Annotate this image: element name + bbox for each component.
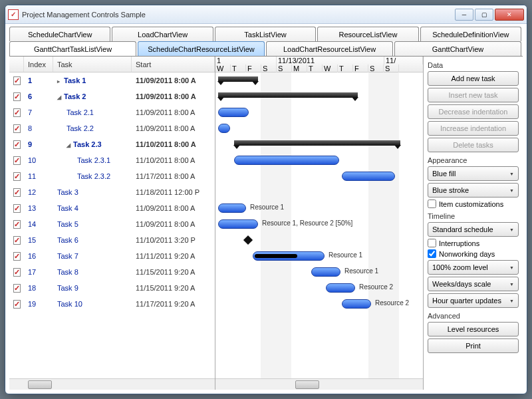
- scale-select[interactable]: Weeks/days scale: [428, 277, 519, 291]
- tab-ganttcharttasklistview[interactable]: GanttChartTaskListView: [9, 41, 136, 56]
- tab-tasklistview[interactable]: TaskListView: [215, 27, 316, 41]
- task-start[interactable]: 11/10/2011 8:00 A: [132, 156, 215, 164]
- tab-schedulechartview[interactable]: ScheduleChartView: [9, 27, 110, 41]
- gantt-bar[interactable]: [234, 140, 400, 146]
- complete-checkbox[interactable]: ✓: [9, 204, 24, 213]
- task-name[interactable]: Task 4: [53, 204, 132, 212]
- gantt-bar[interactable]: [218, 92, 358, 98]
- table-row[interactable]: ✓ 12 Task 3 11/18/2011 12:00 P: [9, 184, 215, 200]
- task-name[interactable]: Task 5: [53, 220, 132, 228]
- task-start[interactable]: 11/09/2011 8:00 A: [132, 108, 215, 116]
- tab-loadchartview[interactable]: LoadChartView: [112, 27, 213, 41]
- task-start[interactable]: 11/18/2011 12:00 P: [132, 188, 215, 196]
- print-button[interactable]: Print: [428, 338, 519, 353]
- tab-loadchartresourcelistview[interactable]: LoadChartResourceListView: [266, 41, 393, 56]
- insert-new-task-button[interactable]: Insert new task: [428, 88, 519, 102]
- task-start[interactable]: 11/09/2011 8:00 A: [132, 76, 215, 84]
- complete-checkbox[interactable]: ✓: [9, 172, 24, 181]
- task-name[interactable]: Task 10: [53, 300, 132, 308]
- tab-ganttchartview[interactable]: GanttChartView: [394, 41, 521, 56]
- delete-tasks-button[interactable]: Delete tasks: [428, 138, 519, 152]
- tasklist-scrollbar[interactable]: [9, 378, 215, 390]
- interruptions-checkbox[interactable]: Interruptions: [428, 239, 519, 247]
- table-row[interactable]: ✓ 17 Task 8 11/15/2011 9:20 A: [9, 264, 215, 280]
- task-start[interactable]: 11/17/2011 9:20 A: [132, 300, 215, 308]
- col-start[interactable]: Start: [132, 57, 215, 72]
- task-name[interactable]: Task 2.2: [53, 124, 132, 132]
- table-row[interactable]: ✓ 19 Task 10 11/17/2011 9:20 A: [9, 296, 215, 312]
- complete-checkbox[interactable]: ✓: [9, 156, 24, 165]
- task-start[interactable]: 11/17/2011 8:00 A: [132, 172, 215, 180]
- tab-schedulechartresourcelistview[interactable]: ScheduleChartResourceListView: [138, 41, 265, 56]
- task-name[interactable]: Task 9: [53, 284, 132, 292]
- gantt-bar[interactable]: [342, 172, 395, 181]
- expand-icon[interactable]: ▸: [57, 78, 64, 84]
- tab-resourcelistview[interactable]: ResourceListView: [317, 27, 418, 41]
- gantt-bar[interactable]: [234, 156, 339, 165]
- gantt-body[interactable]: Resource 1Resource 1, Resource 2 [50%]Re…: [215, 72, 423, 378]
- table-row[interactable]: ✓ 14 Task 5 11/09/2011 8:00 A: [9, 216, 215, 232]
- complete-checkbox[interactable]: ✓: [9, 220, 24, 229]
- table-row[interactable]: ✓ 13 Task 4 11/09/2011 8:00 A: [9, 200, 215, 216]
- task-name[interactable]: Task 2.1: [53, 108, 132, 116]
- table-row[interactable]: ✓ 7 Task 2.1 11/09/2011 8:00 A: [9, 104, 215, 120]
- complete-checkbox[interactable]: ✓: [9, 188, 24, 197]
- close-button[interactable]: ✕: [495, 9, 524, 21]
- gantt-bar[interactable]: [218, 219, 258, 229]
- gantt-bar[interactable]: [218, 108, 249, 117]
- stroke-select[interactable]: Blue stroke: [428, 183, 519, 198]
- task-start[interactable]: 11/15/2011 9:20 A: [132, 284, 215, 292]
- col-task[interactable]: Task: [53, 57, 132, 72]
- expand-icon[interactable]: ◢: [66, 142, 73, 148]
- gantt-bar[interactable]: [218, 124, 230, 133]
- complete-checkbox[interactable]: ✓: [9, 108, 24, 117]
- task-start[interactable]: 11/09/2011 8:00 A: [132, 220, 215, 228]
- task-name[interactable]: Task 2.3.2: [53, 172, 132, 180]
- updates-select[interactable]: Hour quarter updates: [428, 293, 519, 308]
- table-row[interactable]: ✓ 9 ◢Task 2.3 11/10/2011 8:00 A: [9, 136, 215, 152]
- level-resources-button[interactable]: Level resources: [428, 322, 519, 336]
- task-start[interactable]: 11/10/2011 3:20 P: [132, 236, 215, 244]
- nonworking-days-checkbox[interactable]: Nonworking days: [428, 249, 519, 258]
- table-row[interactable]: ✓ 10 Task 2.3.1 11/10/2011 8:00 A: [9, 152, 215, 168]
- fill-select[interactable]: Blue fill: [428, 166, 519, 181]
- task-name[interactable]: Task 2.3.1: [53, 156, 132, 164]
- task-start[interactable]: 11/15/2011 9:20 A: [132, 268, 215, 276]
- task-name[interactable]: Task 7: [53, 252, 132, 260]
- gantt-bar[interactable]: [311, 267, 340, 277]
- complete-checkbox[interactable]: ✓: [9, 140, 24, 149]
- complete-checkbox[interactable]: ✓: [9, 268, 24, 277]
- add-new-task-button[interactable]: Add new task: [428, 71, 519, 86]
- task-name[interactable]: ◢Task 2.3: [53, 140, 132, 148]
- decrease-indentation-button[interactable]: Decrease indentation: [428, 104, 519, 119]
- complete-checkbox[interactable]: ✓: [9, 124, 24, 133]
- maximize-button[interactable]: ▢: [475, 9, 493, 21]
- increase-indentation-button[interactable]: Increase indentation: [428, 121, 519, 136]
- gantt-bar[interactable]: [326, 283, 355, 293]
- task-start[interactable]: 11/11/2011 9:20 A: [132, 252, 215, 260]
- complete-checkbox[interactable]: ✓: [9, 252, 24, 261]
- task-start[interactable]: 11/09/2011 8:00 A: [132, 124, 215, 132]
- gantt-scrollbar[interactable]: [215, 378, 423, 390]
- schedule-select[interactable]: Standard schedule: [428, 222, 519, 237]
- complete-checkbox[interactable]: ✓: [9, 236, 24, 245]
- table-row[interactable]: ✓ 16 Task 7 11/11/2011 9:20 A: [9, 248, 215, 264]
- complete-checkbox[interactable]: ✓: [9, 284, 24, 293]
- table-row[interactable]: ✓ 15 Task 6 11/10/2011 3:20 P: [9, 232, 215, 248]
- complete-checkbox[interactable]: ✓: [9, 300, 24, 309]
- task-start[interactable]: 11/10/2011 8:00 A: [132, 140, 215, 148]
- table-row[interactable]: ✓ 6 ◢Task 2 11/09/2011 8:00 A: [9, 88, 215, 104]
- item-customizations-checkbox[interactable]: Item customizations: [428, 200, 519, 208]
- complete-checkbox[interactable]: ✓: [9, 76, 24, 85]
- zoom-select[interactable]: 100% zoom level: [428, 260, 519, 275]
- gantt-milestone[interactable]: [243, 235, 253, 245]
- gantt-bar[interactable]: [342, 299, 371, 309]
- minimize-button[interactable]: ─: [455, 9, 473, 21]
- task-name[interactable]: Task 8: [53, 268, 132, 276]
- table-row[interactable]: ✓ 8 Task 2.2 11/09/2011 8:00 A: [9, 120, 215, 136]
- table-row[interactable]: ✓ 1 ▸Task 1 11/09/2011 8:00 A: [9, 72, 215, 88]
- expand-icon[interactable]: ◢: [57, 94, 64, 100]
- task-name[interactable]: Task 3: [53, 188, 132, 196]
- task-name[interactable]: Task 6: [53, 236, 132, 244]
- complete-checkbox[interactable]: ✓: [9, 92, 24, 101]
